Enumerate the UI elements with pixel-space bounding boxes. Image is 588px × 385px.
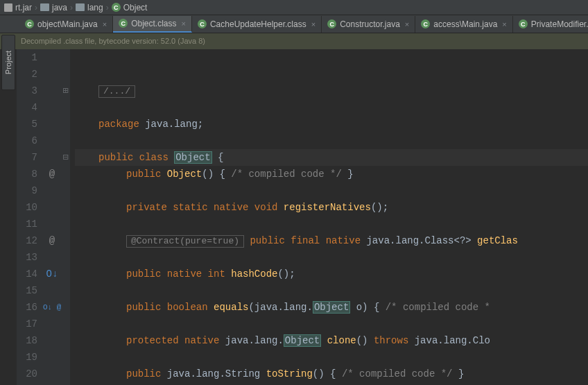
tab-label: PrivateModifier.java	[531, 19, 588, 29]
code-line-current: public class Object {	[75, 149, 588, 166]
fold-placeholder[interactable]: /.../	[98, 85, 135, 98]
chevron-right-icon: ›	[70, 3, 73, 12]
code-line: package java.lang;	[75, 116, 588, 132]
chevron-right-icon: ›	[106, 3, 109, 12]
breadcrumb-item-pkg[interactable]: lang	[76, 3, 103, 12]
gutter-icons: @ @ O↓ O↓ @	[43, 49, 61, 385]
editor-tab[interactable]: C Constructor.java ×	[322, 16, 415, 33]
code-line: public native int hashCode();	[75, 266, 588, 282]
code-line: protected native java.lang.Object clone(…	[75, 332, 588, 349]
project-tool-tab[interactable]: Project	[1, 35, 15, 90]
java-icon: C	[25, 19, 34, 28]
editor-tab[interactable]: C PrivateModifier.java ×	[513, 16, 588, 33]
line-number: 19	[17, 349, 37, 366]
breadcrumb-item-jar[interactable]: rt.jar	[4, 3, 32, 12]
tab-label: CacheUpdateHelper.class	[210, 19, 306, 29]
line-number: 18	[17, 332, 37, 349]
java-icon: C	[421, 19, 430, 28]
line-number: 3	[17, 83, 37, 99]
line-number: 17	[17, 316, 37, 332]
folder-icon	[40, 3, 49, 11]
java-icon: C	[519, 19, 528, 28]
editor-tab[interactable]: C access\Main.java ×	[415, 16, 512, 33]
breadcrumb-label: java	[52, 3, 67, 12]
line-number: 10	[17, 199, 37, 216]
breadcrumb-label: lang	[87, 3, 103, 12]
breadcrumb-item-pkg[interactable]: java	[40, 3, 67, 12]
code-line: public boolean equals(java.lang.Object o…	[75, 299, 588, 316]
tab-label: Object.class	[131, 19, 176, 28]
gutter-annotation-icon[interactable]: @	[43, 166, 61, 182]
line-number: 9	[17, 182, 37, 199]
side-tool-label: Project	[4, 51, 12, 74]
code-line: public java.lang.String toString() { /* …	[75, 366, 588, 382]
code-editor[interactable]: 1 2 3 4 5 6 7 8 9 10 11 12 13 14 15 16 1…	[17, 49, 588, 385]
gutter-override-icon[interactable]: O↓ @	[43, 299, 61, 316]
code-content[interactable]: /.../ package java.lang; public class Ob…	[71, 49, 588, 385]
breadcrumb: rt.jar › java › lang › C Object	[0, 0, 588, 15]
chevron-right-icon: ›	[35, 3, 37, 12]
gutter-annotation-icon[interactable]: @	[43, 232, 61, 249]
line-number: 14	[17, 266, 37, 282]
fold-collapse-icon[interactable]: ⊟	[61, 149, 70, 166]
class-icon: C	[198, 19, 207, 28]
close-icon[interactable]: ×	[103, 20, 107, 28]
line-number: 4	[17, 99, 37, 116]
editor-tab-active[interactable]: C Object.class ×	[113, 16, 192, 33]
class-icon: C	[119, 19, 128, 28]
java-icon: C	[327, 19, 336, 28]
tab-label: Constructor.java	[340, 19, 400, 29]
line-number: 5	[17, 116, 37, 132]
close-icon[interactable]: ×	[182, 19, 186, 28]
line-number: 20	[17, 366, 37, 382]
breadcrumb-item-class[interactable]: C Object	[112, 3, 148, 12]
tab-label: object\Main.java	[37, 19, 98, 29]
line-number: 13	[17, 249, 37, 266]
jar-icon	[4, 3, 12, 12]
fold-gutter: ⊞ ⊟	[61, 49, 71, 385]
banner-text: Decompiled .class file, bytecode version…	[21, 37, 205, 45]
breadcrumb-label: rt.jar	[15, 3, 32, 12]
fold-expand-icon[interactable]: ⊞	[61, 83, 70, 99]
line-number: 2	[17, 66, 37, 83]
code-line: @Contract(pure=true) public final native…	[75, 232, 588, 249]
close-icon[interactable]: ×	[502, 20, 506, 28]
line-number-gutter: 1 2 3 4 5 6 7 8 9 10 11 12 13 14 15 16 1…	[17, 49, 43, 385]
close-icon[interactable]: ×	[405, 20, 409, 28]
editor-tabs: C object\Main.java × C Object.class × C …	[0, 15, 588, 33]
info-banner: Decompiled .class file, bytecode version…	[0, 33, 588, 49]
editor-tab[interactable]: C CacheUpdateHelper.class ×	[192, 16, 322, 33]
class-icon: C	[112, 3, 121, 12]
line-number: 12	[17, 232, 37, 249]
code-line: private static native void registerNativ…	[75, 199, 588, 216]
folder-icon	[76, 3, 85, 11]
close-icon[interactable]: ×	[311, 20, 315, 28]
tab-label: access\Main.java	[433, 19, 497, 29]
line-number: 6	[17, 132, 37, 149]
line-number: 16	[17, 299, 37, 316]
line-number: 8	[17, 166, 37, 182]
line-number: 7	[17, 149, 37, 166]
line-number: 11	[17, 216, 37, 232]
line-number: 15	[17, 282, 37, 299]
breadcrumb-label: Object	[123, 3, 148, 12]
code-line: public Object() { /* compiled code */ }	[75, 166, 588, 182]
editor-tab[interactable]: C object\Main.java ×	[19, 16, 113, 33]
gutter-override-icon[interactable]: O↓	[43, 266, 61, 282]
line-number: 1	[17, 49, 37, 66]
